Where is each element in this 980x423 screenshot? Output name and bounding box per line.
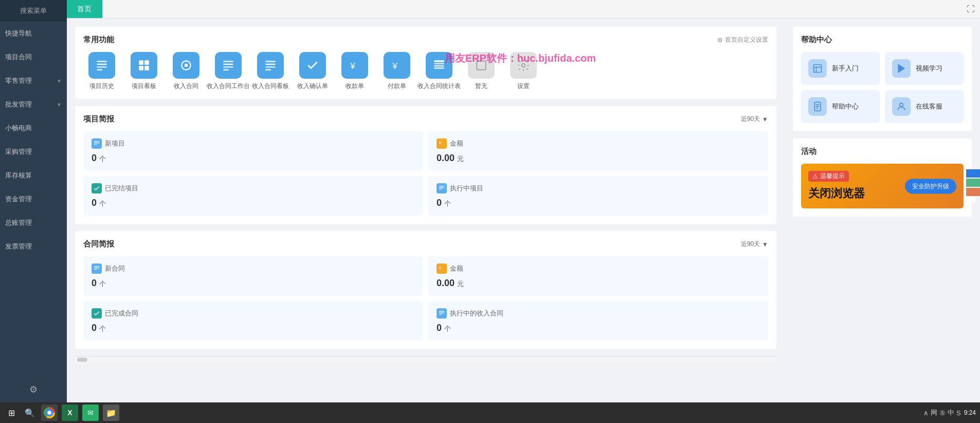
tab-home[interactable]: 首页 bbox=[67, 0, 102, 18]
stat-amount: ¥ 金额 0.00 元 bbox=[428, 131, 768, 171]
float-btn-hotline[interactable]: 客服热线 bbox=[966, 169, 980, 178]
svg-point-9 bbox=[185, 64, 188, 67]
sidebar-item-retail[interactable]: 零售管理 ▼ bbox=[0, 69, 67, 93]
help-center-title: 帮助中心 bbox=[801, 35, 832, 45]
icon-stats-table[interactable]: 收入合同统计表 bbox=[421, 52, 458, 91]
amount-icon: ¥ bbox=[437, 138, 447, 149]
contract-brief-section: 合同简报 近90天 ▼ 新合同 bbox=[75, 231, 776, 349]
revenue-contract-icon bbox=[173, 52, 199, 79]
icon-revenue-confirm[interactable]: 收入确认单 bbox=[294, 52, 331, 91]
horizontal-scrollbar[interactable] bbox=[75, 356, 776, 362]
taskbar-right: ∧ 网 ⑤ 中 S 9:24 bbox=[923, 408, 976, 417]
stat-completed-contract: 已完成合同 0 个 bbox=[83, 301, 423, 341]
help-online-service[interactable]: 在线客服 bbox=[885, 90, 964, 123]
svg-point-25 bbox=[522, 64, 525, 67]
stat-completed-project: 已完结项目 0 个 bbox=[83, 176, 423, 216]
help-beginner[interactable]: 新手入门 bbox=[801, 52, 880, 85]
svg-rect-24 bbox=[477, 61, 485, 69]
svg-text:¥: ¥ bbox=[350, 61, 355, 71]
svg-text:¥: ¥ bbox=[392, 61, 397, 71]
float-btn-desktop[interactable]: 桌面快捷 bbox=[966, 188, 980, 196]
svg-rect-15 bbox=[265, 64, 276, 65]
chevron-down-icon: ▼ bbox=[762, 116, 768, 123]
sidebar-item-ecommerce[interactable]: 小畅电商 bbox=[0, 116, 67, 140]
icon-project-history[interactable]: 项目历史 bbox=[83, 52, 120, 91]
icon-contract-workbench[interactable]: 收入合同工作台 bbox=[210, 52, 247, 91]
tray-app[interactable]: S bbox=[956, 409, 961, 417]
activity-section: 活动 ⚠ 温馨提示 关闭浏览器 安全防护升级 bbox=[793, 138, 972, 217]
svg-rect-0 bbox=[97, 61, 107, 62]
taskbar: ⊞ 🔍 X ✉ 📁 ∧ 网 ⑤ 中 S 9:24 bbox=[0, 402, 980, 423]
sidebar-item-ledger[interactable]: 总账管理 bbox=[0, 211, 67, 235]
contract-workbench-icon bbox=[215, 52, 242, 79]
icon-receipt[interactable]: ¥ 收款单 bbox=[336, 52, 373, 91]
icon-label: 收入合同看板 bbox=[252, 82, 289, 91]
help-label: 视频学习 bbox=[916, 64, 942, 73]
taskbar-excel[interactable]: X bbox=[62, 404, 78, 421]
help-video[interactable]: 视频学习 bbox=[885, 52, 964, 85]
help-label: 新手入门 bbox=[832, 64, 859, 73]
svg-rect-5 bbox=[144, 60, 149, 65]
customize-link[interactable]: ⚙ 首页自定义设置 bbox=[717, 36, 768, 44]
tray-arrow[interactable]: ∧ bbox=[923, 409, 929, 417]
completed-project-icon bbox=[92, 183, 102, 193]
sidebar-search[interactable]: 搜索菜单 bbox=[0, 0, 67, 22]
icon-contract-board[interactable]: 收入合同看板 bbox=[252, 52, 289, 91]
icon-placeholder[interactable]: 暂无 bbox=[463, 52, 500, 91]
svg-point-49 bbox=[47, 411, 51, 414]
icon-revenue-contract[interactable]: 收入合同 bbox=[168, 52, 205, 91]
content-right: 帮助中心 新手入门 视频学习 bbox=[785, 19, 980, 402]
common-functions-title: 常用功能 bbox=[83, 35, 114, 45]
sidebar-item-wholesale[interactable]: 批发管理 ▼ bbox=[0, 93, 67, 116]
scroll-handle[interactable] bbox=[77, 358, 87, 362]
svg-rect-4 bbox=[139, 60, 143, 65]
sidebar-item-purchase[interactable]: 采购管理 bbox=[0, 140, 67, 164]
svg-point-47 bbox=[900, 103, 903, 107]
icon-settings[interactable]: 设置 bbox=[505, 52, 542, 91]
tray-volume[interactable]: ⑤ bbox=[939, 409, 946, 417]
project-brief-section: 项目简报 近90天 ▼ 新项目 bbox=[75, 106, 776, 224]
sidebar-item-funds[interactable]: 资金管理 bbox=[0, 187, 67, 211]
svg-rect-6 bbox=[139, 66, 143, 70]
warning-badge: ⚠ 温馨提示 bbox=[808, 171, 849, 182]
activity-badge[interactable]: 安全防护升级 bbox=[905, 179, 956, 193]
svg-rect-37 bbox=[439, 311, 445, 311]
sidebar-item-invoice[interactable]: 发票管理 bbox=[0, 235, 67, 258]
taskbar-folder[interactable]: 📁 bbox=[103, 404, 119, 421]
stat-contract-amount: ¥ 金额 0.00 元 bbox=[428, 256, 768, 296]
svg-rect-7 bbox=[144, 66, 149, 70]
icon-payment[interactable]: ¥ 付款单 bbox=[378, 52, 415, 91]
stats-table-icon bbox=[426, 52, 452, 79]
project-stats-grid: 新项目 0 个 ¥ 金额 bbox=[83, 131, 768, 216]
project-brief-period[interactable]: 近90天 ▼ bbox=[741, 115, 768, 124]
sidebar-item-inventory[interactable]: 库存核算 bbox=[0, 164, 67, 187]
help-grid: 新手入门 视频学习 帮助中心 bbox=[801, 52, 964, 123]
start-button[interactable]: ⊞ bbox=[4, 406, 19, 420]
svg-rect-1 bbox=[97, 64, 107, 65]
tray-ime[interactable]: 中 bbox=[948, 408, 954, 417]
search-button[interactable]: 🔍 bbox=[23, 406, 37, 420]
sidebar-item-quicknav[interactable]: 快捷导航 bbox=[0, 22, 67, 45]
taskbar-chrome[interactable] bbox=[41, 404, 58, 421]
icon-label: 收入合同 bbox=[174, 82, 198, 91]
contract-brief-period[interactable]: 近90天 ▼ bbox=[741, 240, 768, 249]
svg-rect-16 bbox=[265, 66, 276, 67]
help-center-link[interactable]: 帮助中心 bbox=[801, 90, 880, 123]
content-area: 用友ERP软件：huc.bjufida.com 常用功能 ⚙ 首页自定义设置 bbox=[67, 19, 980, 402]
fullscreen-button[interactable]: ⛶ bbox=[967, 0, 980, 18]
svg-rect-27 bbox=[94, 143, 100, 143]
stat-executing-contract: 执行中的收入合同 0 个 bbox=[428, 301, 768, 341]
tray-network[interactable]: 网 bbox=[931, 408, 937, 417]
icon-label: 付款单 bbox=[388, 82, 406, 91]
icon-project-board[interactable]: 项目看板 bbox=[125, 52, 162, 91]
sidebar-item-projectcontract[interactable]: 项目合同 bbox=[0, 45, 67, 69]
float-btn-community[interactable]: 服务社区 bbox=[966, 179, 980, 187]
icon-label: 暂无 bbox=[475, 82, 487, 91]
placeholder-icon bbox=[468, 52, 495, 79]
icon-label: 收入合同工作台 bbox=[207, 82, 250, 91]
icon-label: 收入合同统计表 bbox=[418, 82, 461, 91]
sidebar-settings[interactable]: ⚙ bbox=[0, 377, 67, 402]
svg-rect-35 bbox=[94, 269, 97, 270]
taskbar-wechat[interactable]: ✉ bbox=[82, 404, 99, 421]
svg-rect-22 bbox=[434, 65, 444, 66]
